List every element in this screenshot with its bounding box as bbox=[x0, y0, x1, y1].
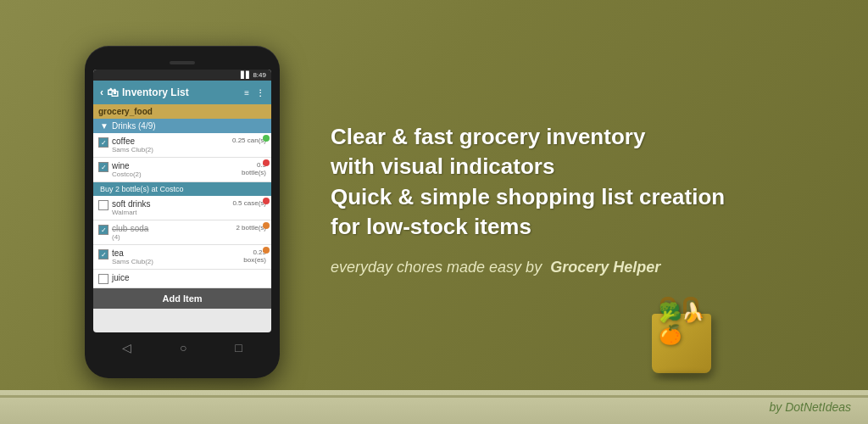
stripe-line bbox=[0, 395, 868, 398]
item-name: wine bbox=[112, 161, 242, 170]
item-store: Sams Club(2) bbox=[112, 258, 243, 265]
list-item: ✓ tea Sams Club(2) 0.25box(es) bbox=[93, 245, 271, 270]
item-info: coffee Sams Club(2) bbox=[112, 137, 232, 153]
bag-body: 🥦🍌🍊 bbox=[652, 314, 711, 373]
stock-indicator bbox=[263, 247, 270, 254]
signal-icon: ▋▋ bbox=[241, 71, 251, 79]
footer-text: by DotNetIdeas bbox=[770, 400, 852, 414]
item-name: coffee bbox=[112, 137, 232, 146]
right-content: Clear & fast grocery inventory with visu… bbox=[280, 97, 868, 326]
brand-name: Grocery Helper bbox=[550, 259, 660, 276]
phone-screen: ▋▋ 8:49 ‹ 🛍 Inventory List ≡ ⋮ grocery_f… bbox=[93, 70, 271, 332]
item-checkbox[interactable]: ✓ bbox=[98, 162, 108, 172]
item-name: juice bbox=[112, 273, 266, 282]
time-display: 8:49 bbox=[253, 71, 266, 79]
item-store: (4) bbox=[112, 233, 236, 241]
item-left: ✓ wine Costco(2) bbox=[98, 161, 242, 178]
tagline: Clear & fast grocery inventory with visu… bbox=[331, 122, 834, 241]
item-info: soft drinks Walmart bbox=[112, 199, 232, 216]
phone-frame: ▋▋ 8:49 ‹ 🛍 Inventory List ≡ ⋮ grocery_f… bbox=[85, 46, 280, 378]
item-left: soft drinks Walmart bbox=[98, 199, 232, 216]
stock-indicator bbox=[263, 198, 270, 204]
item-info: wine Costco(2) bbox=[112, 161, 242, 178]
home-nav-button[interactable]: ○ bbox=[180, 341, 186, 354]
subtitle: everyday chores made easy by Grocery Hel… bbox=[331, 259, 834, 276]
item-quantity: 0.25 can(s) bbox=[232, 137, 266, 144]
item-checkbox[interactable] bbox=[98, 200, 108, 210]
menu-lines-icon[interactable]: ≡ bbox=[244, 88, 249, 98]
back-nav-button[interactable]: ◁ bbox=[122, 341, 131, 354]
chevron-down-icon: ▼ bbox=[100, 121, 108, 131]
buy-banner-text: Buy 2 bottle(s) at Costco bbox=[100, 185, 184, 193]
item-quantity: 0.5 case(s) bbox=[232, 199, 266, 207]
item-left: ✓ coffee Sams Club(2) bbox=[98, 137, 232, 153]
bag-contents-icon: 🥦🍌🍊 bbox=[659, 302, 711, 346]
item-name: club-soda bbox=[112, 224, 236, 233]
subtitle-text: everyday chores made easy by bbox=[331, 259, 542, 276]
item-left: juice bbox=[98, 273, 266, 284]
tagline-line3: Quick & simple shopping list creation bbox=[331, 184, 725, 209]
item-info: club-soda (4) bbox=[112, 224, 236, 241]
item-info: juice bbox=[112, 273, 266, 282]
item-checkbox[interactable] bbox=[98, 274, 108, 284]
item-store: Walmart bbox=[112, 209, 232, 216]
section-name: Drinks (4/9) bbox=[112, 121, 156, 131]
list-item: ✓ club-soda (4) 2 bottle(s) bbox=[93, 220, 271, 245]
status-icons: ▋▋ 8:49 bbox=[241, 71, 266, 79]
item-left: ✓ tea Sams Club(2) bbox=[98, 248, 243, 265]
app-bar-right: ≡ ⋮ bbox=[244, 88, 264, 98]
stock-indicator bbox=[263, 222, 270, 229]
phone-speaker bbox=[170, 61, 195, 64]
list-item: soft drinks Walmart 0.5 case(s) bbox=[93, 196, 271, 220]
phone-mockup: ▋▋ 8:49 ‹ 🛍 Inventory List ≡ ⋮ grocery_f… bbox=[85, 46, 280, 378]
add-item-button[interactable]: Add Item bbox=[93, 288, 271, 309]
bag-icon: 🛍 bbox=[107, 86, 119, 99]
bottom-stripe: by DotNetIdeas bbox=[0, 390, 868, 424]
buy-banner: Buy 2 bottle(s) at Costco bbox=[93, 182, 271, 196]
back-button[interactable]: ‹ bbox=[100, 86, 103, 98]
tagline-line4: for low-stock items bbox=[331, 214, 531, 239]
add-item-label: Add Item bbox=[162, 293, 202, 304]
item-left: ✓ club-soda (4) bbox=[98, 224, 236, 241]
tagline-line2: with visual indicators bbox=[331, 153, 554, 179]
stock-indicator bbox=[263, 159, 270, 166]
category-name: grocery_food bbox=[98, 107, 153, 116]
item-checkbox[interactable]: ✓ bbox=[98, 225, 108, 235]
app-bar: ‹ 🛍 Inventory List ≡ ⋮ bbox=[93, 81, 271, 104]
overflow-menu-icon[interactable]: ⋮ bbox=[256, 88, 264, 98]
tagline-line1: Clear & fast grocery inventory bbox=[331, 124, 645, 149]
list-item: juice bbox=[93, 270, 271, 288]
recents-nav-button[interactable]: □ bbox=[235, 341, 242, 354]
list-item: ✓ coffee Sams Club(2) 0.25 can(s) bbox=[93, 133, 271, 158]
item-store: Sams Club(2) bbox=[112, 146, 232, 153]
item-name: tea bbox=[112, 248, 243, 258]
list-item: ✓ wine Costco(2) 0.5bottle(s) bbox=[93, 158, 271, 182]
app-title: Inventory List bbox=[122, 86, 189, 98]
app-bar-left: ‹ 🛍 Inventory List bbox=[100, 86, 189, 99]
section-header[interactable]: ▼ Drinks (4/9) bbox=[93, 119, 271, 133]
item-checkbox[interactable]: ✓ bbox=[98, 137, 108, 148]
stock-indicator bbox=[263, 135, 270, 142]
bag-shadow bbox=[652, 373, 711, 380]
item-checkbox[interactable]: ✓ bbox=[98, 249, 108, 259]
item-info: tea Sams Club(2) bbox=[112, 248, 243, 265]
category-bar: grocery_food bbox=[93, 104, 271, 119]
item-store: Costco(2) bbox=[112, 170, 242, 178]
item-quantity: 2 bottle(s) bbox=[236, 224, 266, 232]
grocery-bag-illustration: 🥦🍌🍊 bbox=[648, 297, 715, 373]
item-name: soft drinks bbox=[112, 199, 232, 209]
phone-nav-bar: ◁ ○ □ bbox=[93, 336, 271, 360]
status-bar: ▋▋ 8:49 bbox=[93, 70, 271, 81]
